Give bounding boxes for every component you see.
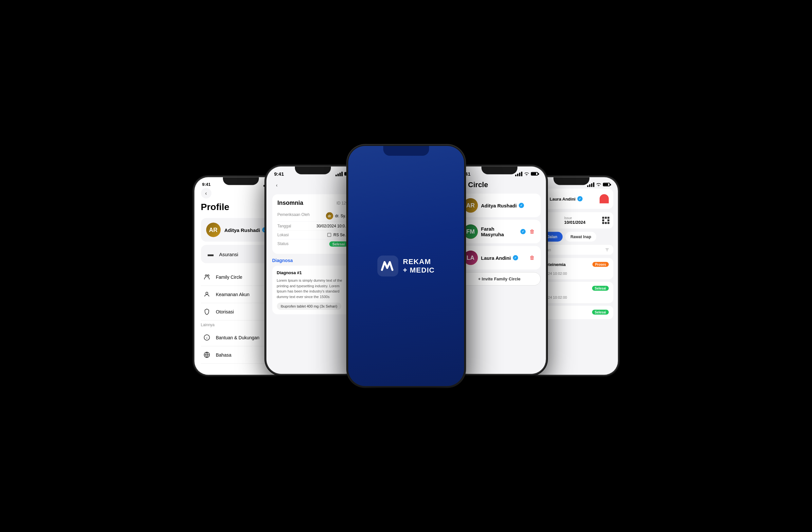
avatar-farah: FM [463, 224, 478, 239]
user-name-right: Laura Andini ✓ [550, 196, 583, 202]
phone-splash: REKAM + MEDIC [347, 145, 465, 387]
value-tanggal: 30/02/2024 10:0... [304, 224, 348, 228]
diagnosa-text: Lorem Ipsum is simply dummy text of the … [277, 278, 349, 299]
family-member-aditya[interactable]: AR Aditya Rushadi ✓ [458, 194, 541, 217]
verified-laura: ✓ [513, 255, 518, 261]
status-icons-mid-right [515, 172, 538, 176]
label-status: Status [277, 241, 304, 246]
label-lokasi: Lokasi [277, 233, 304, 237]
splash-content: REKAM + MEDIC [348, 146, 464, 386]
splash-logo: REKAM + MEDIC [377, 255, 435, 277]
svg-rect-7 [328, 233, 331, 237]
record-row-pemeriksaan: Pemeriksaan Oleh dr dr. Sy... [277, 210, 348, 222]
signal-icon-mid-right [515, 172, 522, 176]
battery-icon-mid-right [531, 172, 538, 176]
globe-icon [202, 351, 212, 359]
notch-mid-left [295, 166, 331, 174]
rekam-medic-logo-text: REKAM + MEDIC [403, 257, 435, 275]
info-icon [202, 333, 212, 342]
verified-farah: ✓ [520, 229, 526, 234]
avatar-left: AR [206, 223, 221, 237]
person-icon [202, 290, 212, 299]
phones-container: 9:41 ‹ Profile AR [177, 53, 635, 479]
back-button-left[interactable]: ‹ [201, 188, 212, 198]
family-member-farah[interactable]: FM Farah Masyruha ✓ 🗑 [458, 220, 541, 243]
filter-icon[interactable] [605, 248, 609, 252]
label-tanggal: Tanggal [277, 224, 304, 228]
notch-center [383, 146, 429, 156]
people-icon [202, 272, 212, 282]
record-row-lokasi: Lokasi RS Se... [277, 231, 348, 239]
decoration-red [599, 194, 609, 204]
svg-point-0 [205, 275, 207, 277]
signal-icon-mid-left [335, 172, 343, 176]
issue-info: Issue 10/01/2024 [564, 216, 585, 225]
user-name-left: Aditya Rushadi ✓ [224, 227, 267, 233]
status-badge-selesai-2: Selesai [592, 310, 608, 315]
diagnosa-num: Diagnosa #1 [277, 270, 349, 275]
record-id: ID 129 [336, 201, 348, 205]
member-name-laura: Laura Andini ✓ [481, 255, 518, 261]
avatar-laura: LA [463, 251, 478, 265]
user-info-right: Laura Andini ✓ [550, 196, 583, 202]
diagnosa-card: Diagnosa #1 Lorem Ipsum is simply dummy … [272, 266, 353, 314]
status-badge-selesai-1: Selesai [592, 286, 608, 291]
delete-laura-button[interactable]: 🗑 [529, 254, 535, 261]
time-left: 9:41 [202, 182, 211, 187]
family-screen: ily Circle AR Aditya Rushadi ✓ FM [453, 181, 546, 286]
record-row-status: Status Selesai [277, 239, 348, 249]
record-header: ‹ [272, 178, 353, 194]
status-badge: Selesai [329, 241, 348, 247]
wifi-icon-mid-right [524, 172, 529, 176]
status-badge-proses: Proses [592, 262, 608, 267]
time-mid-left: 9:41 [274, 171, 284, 177]
status-icons-right [587, 182, 610, 187]
notch-left [223, 177, 259, 185]
value-pemeriksaan: dr dr. Sy... [326, 212, 348, 220]
member-name-farah: Farah Masyruha ✓ [481, 226, 526, 237]
delete-farah-button[interactable]: 🗑 [529, 228, 535, 235]
battery-icon-right [603, 183, 610, 187]
signal-icon-right [587, 182, 594, 187]
label-pemeriksaan: Pemeriksaan Oleh [277, 212, 310, 217]
location-icon [327, 233, 332, 237]
phone-family-circle: 9:41 ily Circle AR [452, 165, 547, 375]
wallet-icon: ▬ [206, 250, 215, 259]
doctor-avatar: dr [326, 212, 333, 220]
wifi-icon-right [596, 182, 601, 187]
verified-aditya: ✓ [519, 203, 524, 208]
member-name-aditya: Aditya Rushadi ✓ [481, 203, 524, 208]
family-title: ily Circle [458, 181, 541, 189]
verified-right: ✓ [577, 196, 583, 202]
notch-mid-right [481, 166, 518, 174]
notch-right [553, 177, 590, 185]
record-title: Insomnia [277, 200, 303, 206]
diagnosa-section-title: Diagnosa [272, 258, 353, 263]
medicine-pill: Ibuprofen tablet 400 mg (3x Sehari) [277, 302, 342, 310]
qr-icon [602, 217, 609, 224]
avatar-aditya: AR [463, 198, 478, 213]
back-button-mid-left[interactable]: ‹ [272, 181, 281, 190]
invite-family-button[interactable]: + Invite Family Circle [458, 272, 541, 286]
record-main-card: Insomnia ID 129 Pemeriksaan Oleh dr dr. … [272, 194, 353, 254]
value-lokasi: RS Se... [327, 233, 348, 237]
phone-medical-record: 9:41 ‹ Insomnia ID 129 [265, 165, 360, 375]
tab-rawat-inap[interactable]: Rawat Inap [565, 232, 596, 242]
svg-point-1 [207, 275, 209, 277]
svg-point-2 [205, 292, 208, 294]
shield-icon [202, 307, 212, 316]
record-screen: ‹ Insomnia ID 129 Pemeriksaan Oleh dr [266, 178, 359, 314]
rekam-medic-logo-icon [377, 255, 398, 277]
family-member-laura[interactable]: LA Laura Andini ✓ 🗑 [458, 246, 541, 270]
record-row-tanggal: Tanggal 30/02/2024 10:0... [277, 222, 348, 231]
